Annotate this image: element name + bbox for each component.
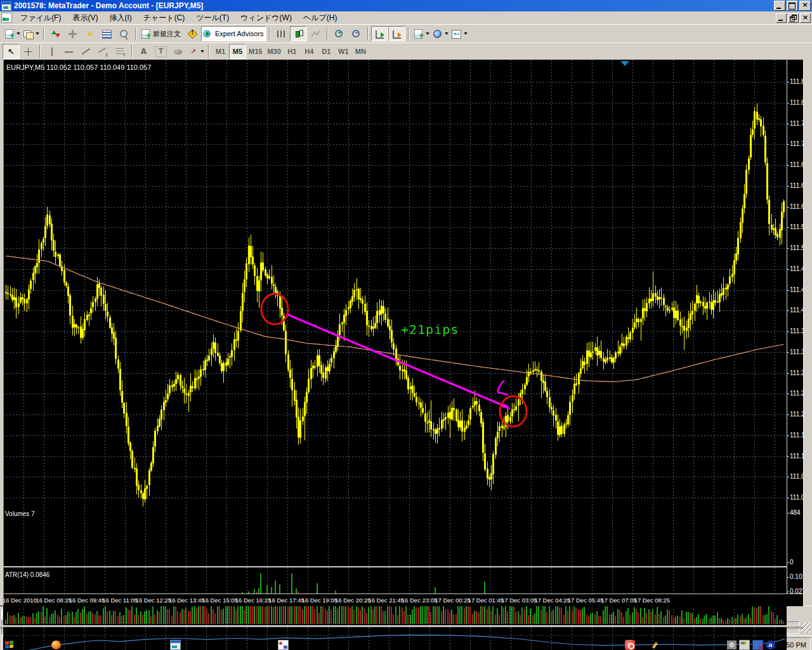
close-button[interactable]: ×: [799, 1, 811, 11]
timeframe-m30-button[interactable]: M30: [265, 44, 283, 59]
indicator-tick: [787, 577, 789, 578]
market-watch-icon: [50, 29, 61, 39]
new-chart-button[interactable]: +: [3, 26, 22, 41]
crosshair-icon: [23, 47, 34, 56]
fibonacci-button[interactable]: [112, 44, 129, 59]
timeframe-label: M1: [216, 48, 225, 55]
new-order-button[interactable]: +新規注文: [139, 26, 184, 41]
navigator-button[interactable]: [81, 26, 98, 41]
time-tick-label: 17 Dec 00:25: [435, 597, 471, 604]
equidistant-channel-button[interactable]: [95, 44, 112, 59]
zoom-in-icon: [334, 29, 344, 39]
zoom-in-button[interactable]: [331, 26, 348, 41]
time-tick-label: 16 Dec 17:45: [268, 597, 304, 604]
horizontal-line-button[interactable]: [60, 44, 77, 59]
time-tick-label: 16 Dec 15:05: [202, 597, 238, 604]
text-button[interactable]: [135, 44, 152, 59]
price-tick: [787, 269, 789, 270]
timeframe-h1-button[interactable]: H1: [284, 44, 301, 59]
maximize-button[interactable]: [787, 1, 798, 11]
ohlc-readout: EURJPY,M5 110.052 110.057 110.049 110.05…: [6, 63, 151, 71]
price-axis[interactable]: 111.855111.815111.775111.735111.695111.6…: [787, 60, 804, 594]
price-tick: [787, 435, 789, 436]
network-error-tray-icon[interactable]: [752, 640, 763, 650]
price-tick: [787, 477, 789, 477]
chart-shift-button[interactable]: [388, 26, 405, 41]
menu-tools[interactable]: ツール(T): [190, 11, 235, 25]
data-window-button[interactable]: [64, 26, 81, 41]
zoom-out-button[interactable]: [348, 26, 365, 41]
text-label-icon: [155, 46, 167, 57]
browser-tray-icon[interactable]: a: [766, 640, 775, 649]
printer-tray-icon[interactable]: [739, 640, 750, 650]
strategy-tester-button[interactable]: [115, 26, 133, 41]
atr-pane-canvas[interactable]: [3, 627, 787, 650]
time-tick-label: 16 Dec 2010: [3, 597, 37, 604]
timeframe-d1-button[interactable]: D1: [318, 44, 335, 59]
timeframe-label: D1: [322, 48, 331, 55]
vertical-line-button[interactable]: [43, 44, 60, 59]
toolbar-separator: [208, 45, 209, 58]
crosshair-button[interactable]: [20, 44, 37, 59]
price-tick: [787, 394, 789, 394]
timeframe-w1-button[interactable]: W1: [335, 44, 352, 59]
clock-icon: [432, 29, 443, 39]
line-icon: [310, 29, 321, 39]
toolbar-separator: [269, 27, 270, 40]
menu-file[interactable]: ファイル(F): [15, 11, 67, 25]
dropdown-arrow-icon: [16, 32, 20, 35]
chart-candles-button[interactable]: [290, 26, 307, 41]
trendline-icon: [81, 47, 91, 56]
market-watch-button[interactable]: [47, 26, 64, 41]
chart-line-button[interactable]: [307, 26, 324, 41]
expert-advisors-button[interactable]: Expert Advisors: [201, 26, 266, 41]
settings-tray-icon[interactable]: [727, 640, 737, 649]
volume-indicator-label: Volumes 7: [5, 510, 35, 517]
chart-shift-marker[interactable]: [620, 61, 629, 66]
terminal-button[interactable]: [98, 26, 115, 41]
ellipse-button[interactable]: [169, 44, 187, 59]
price-tick: [787, 144, 789, 145]
menu-window[interactable]: ウィンドウ(W): [235, 11, 298, 25]
timeframe-m5-button[interactable]: M5: [229, 44, 246, 59]
toolbar-separator: [131, 45, 133, 58]
chart-region: EURJPY,M5 110.052 110.057 110.049 110.05…: [0, 60, 812, 606]
title-bar[interactable]: 2001578: MetaTrader - Demo Account - [EU…: [0, 0, 812, 11]
price-chart-canvas[interactable]: [3, 60, 787, 566]
menu-chart[interactable]: チャート(C): [138, 11, 191, 25]
indicators-button[interactable]: +: [412, 26, 431, 41]
chart-plus-icon: +: [413, 29, 424, 39]
templates-button[interactable]: [450, 26, 469, 41]
child-close-button[interactable]: ×: [800, 13, 811, 23]
time-tick-label: 16 Dec 08:25: [36, 597, 72, 604]
child-minimize-button[interactable]: [776, 13, 787, 23]
time-axis[interactable]: 16 Dec 201016 Dec 08:2516 Dec 09:4516 De…: [0, 594, 803, 606]
timeframe-label: H4: [304, 48, 313, 55]
timeframe-h4-button[interactable]: H4: [301, 44, 318, 59]
menu-insert[interactable]: 挿入(I): [103, 11, 137, 25]
profiles-button[interactable]: [22, 26, 41, 41]
timeframe-mn-button[interactable]: MN: [352, 44, 369, 59]
security-tray-icon[interactable]: [625, 640, 635, 650]
minimize-button[interactable]: [774, 1, 785, 11]
cursor-button[interactable]: [3, 44, 20, 59]
trendline-button[interactable]: [77, 44, 95, 59]
time-tick-label: 16 Dec 19:05: [302, 597, 338, 604]
chart-bars-button[interactable]: [273, 26, 290, 41]
timeframe-m15-button[interactable]: M15: [246, 44, 265, 59]
text-label-button[interactable]: [152, 44, 169, 59]
chart-plus-icon: +: [140, 29, 151, 39]
auto-scroll-icon: [374, 29, 385, 39]
child-restore-button[interactable]: [788, 13, 799, 23]
alerts-button[interactable]: [184, 26, 201, 41]
dropdown-arrow-icon: [36, 32, 39, 35]
chart-window-icon[interactable]: [1, 13, 12, 23]
auto-scroll-button[interactable]: [371, 26, 388, 41]
arrows-button[interactable]: [187, 44, 206, 59]
timeframe-m1-button[interactable]: M1: [212, 44, 229, 59]
periods-button[interactable]: [431, 26, 450, 41]
menu-help[interactable]: ヘルプ(H): [298, 11, 343, 25]
menu-view[interactable]: 表示(V): [67, 11, 103, 25]
price-tick: [787, 352, 789, 353]
pips-annotation: +21pips: [401, 322, 459, 337]
